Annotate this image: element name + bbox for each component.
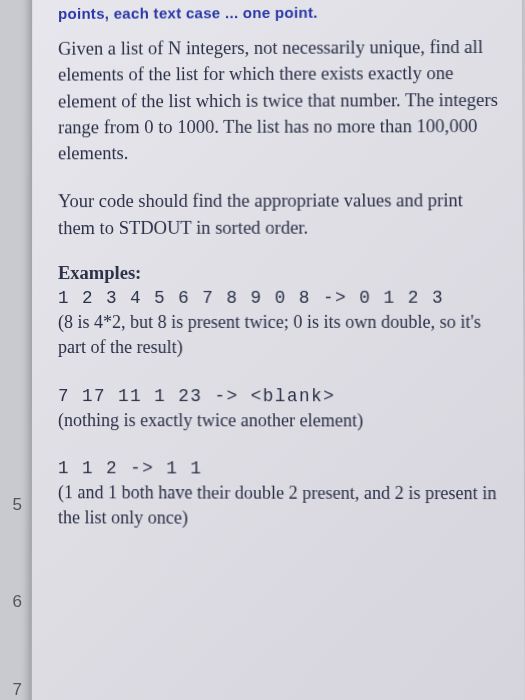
problem-paragraph-2: Your code should find the appropriate va… xyxy=(58,188,499,241)
examples-heading: Examples: xyxy=(58,262,499,284)
line-number-gutter: 5 6 7 xyxy=(0,0,30,700)
line-number: 7 xyxy=(13,680,22,700)
header-fragment: points, each text case ... one point. xyxy=(58,3,498,22)
line-number: 5 xyxy=(13,495,22,515)
problem-paragraph-1: Given a list of N integers, not necessar… xyxy=(58,34,498,167)
example-2-io: 7 17 11 1 23 -> <blank> xyxy=(58,386,499,406)
example-3-explanation: (1 and 1 both have their double 2 presen… xyxy=(58,481,500,532)
example-2-explanation: (nothing is exactly twice another elemen… xyxy=(58,408,499,433)
example-1-io: 1 2 3 4 5 6 7 8 9 0 8 -> 0 1 2 3 xyxy=(58,287,499,307)
document-page: points, each text case ... one point. Gi… xyxy=(32,0,525,700)
example-1-explanation: (8 is 4*2, but 8 is present twice; 0 is … xyxy=(58,310,499,360)
line-number: 6 xyxy=(13,592,22,612)
example-3-io: 1 1 2 -> 1 1 xyxy=(58,458,500,479)
